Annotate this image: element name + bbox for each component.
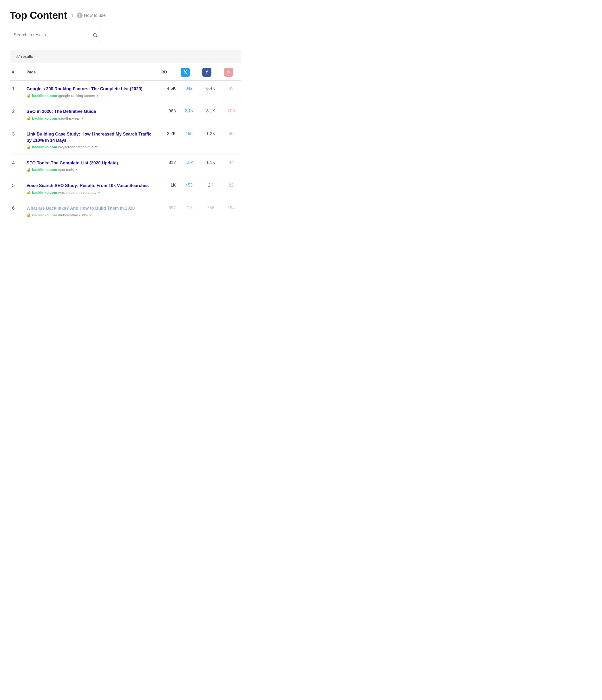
col-header-page: Page xyxy=(24,63,159,80)
row-page: Link Building Case Study: How I Increase… xyxy=(24,126,159,154)
row-number: 4 xyxy=(9,154,24,177)
row-number: 1 xyxy=(9,80,24,103)
row-twitter: 2.1K xyxy=(178,103,200,126)
url-domain: backlinko.com xyxy=(32,168,57,172)
results-bar: 87 results xyxy=(9,50,241,63)
url-line: 🔒 backlinko.com /voice-search-seo-study … xyxy=(26,190,156,195)
row-number: 5 xyxy=(9,177,24,200)
row-rd: 812 xyxy=(159,154,178,177)
url-path: /skyscraper-technique xyxy=(58,145,93,149)
row-rd: 4.6K xyxy=(159,80,178,103)
row-page: Voice Search SEO Study: Results From 10k… xyxy=(24,177,159,200)
row-page: What are Backlinks? And How to Build The… xyxy=(24,200,159,223)
row-number: 3 xyxy=(9,126,24,154)
url-dropdown-arrow[interactable]: ▼ xyxy=(94,145,98,149)
url-domain: backlinko.com xyxy=(32,145,57,149)
question-icon: ? xyxy=(77,12,82,18)
col-header-hash: # xyxy=(9,63,24,80)
url-dropdown-arrow[interactable]: ▼ xyxy=(97,191,100,194)
row-twitter: 218 xyxy=(178,200,200,223)
page-title: Top Content xyxy=(9,10,67,21)
row-pinterest: 45 xyxy=(221,80,241,103)
lock-icon: 🔒 xyxy=(26,213,31,217)
url-domain: backlinko.com xyxy=(32,213,57,217)
row-facebook: 8.1K xyxy=(200,103,221,126)
row-page: SEO in 2020: The Definitive Guide 🔒 back… xyxy=(24,103,159,126)
page-link[interactable]: Google's 200 Ranking Factors: The Comple… xyxy=(26,86,156,92)
url-dropdown-arrow[interactable]: ▼ xyxy=(75,168,78,171)
row-rd: 1K xyxy=(159,177,178,200)
results-count: 87 results xyxy=(16,54,33,59)
table-row: 4 SEO Tools: The Complete List (2020 Upd… xyxy=(9,154,241,177)
search-bar xyxy=(9,29,101,41)
url-domain: backlinko.com xyxy=(32,191,57,195)
content-table: # Page RD 𝕏 f p 1 Google's 200 Ranking F… xyxy=(9,63,241,222)
page-link[interactable]: Link Building Case Study: How I Increase… xyxy=(26,131,156,143)
page-header: Top Content i ? How to use xyxy=(9,10,241,21)
row-pinterest: 194 xyxy=(221,200,241,223)
url-path: /hub/seo/backlinks xyxy=(58,213,88,217)
lock-icon: 🔒 xyxy=(26,145,31,149)
col-header-rd: RD xyxy=(159,63,178,80)
col-header-pinterest: p xyxy=(221,63,241,80)
lock-icon: 🔒 xyxy=(26,93,31,98)
row-twitter: 842 xyxy=(178,80,200,103)
row-page: Google's 200 Ranking Factors: The Comple… xyxy=(24,80,159,103)
table-row: 3 Link Building Case Study: How I Increa… xyxy=(9,126,241,154)
row-pinterest: 44 xyxy=(221,154,241,177)
how-to-use-link[interactable]: ? How to use xyxy=(77,12,106,18)
table-row: 5 Voice Search SEO Study: Results From 1… xyxy=(9,177,241,200)
row-facebook: 2K xyxy=(200,177,221,200)
row-page: SEO Tools: The Complete List (2020 Updat… xyxy=(24,154,159,177)
row-pinterest: 82 xyxy=(221,177,241,200)
row-number: 2 xyxy=(9,103,24,126)
url-dropdown-arrow[interactable]: ▼ xyxy=(81,117,84,120)
row-pinterest: 46 xyxy=(221,126,241,154)
col-header-twitter: 𝕏 xyxy=(178,63,200,80)
url-dropdown-arrow[interactable]: ▼ xyxy=(96,94,99,98)
url-path: /seo-tools xyxy=(58,168,74,172)
search-icon xyxy=(93,33,98,38)
lock-icon: 🔒 xyxy=(26,168,31,172)
row-facebook: 6.4K xyxy=(200,80,221,103)
url-line: 🔒 backlinko.com /skyscraper-technique ▼ xyxy=(26,145,156,149)
table-header-row: # Page RD 𝕏 f p xyxy=(9,63,241,80)
lock-icon: 🔒 xyxy=(26,116,31,120)
table-row: 6 What are Backlinks? And How to Build T… xyxy=(9,200,241,223)
url-line: 🔒 backlinko.com /google-ranking-factors … xyxy=(26,93,156,98)
url-path: /seo-this-year xyxy=(58,116,80,120)
url-path: /voice-search-seo-study xyxy=(58,191,96,195)
pinterest-icon: p xyxy=(224,68,233,77)
url-line: 🔒 backlinko.com /hub/seo/backlinks ▼ xyxy=(26,213,156,217)
search-input[interactable] xyxy=(10,29,89,41)
info-icon[interactable]: i xyxy=(72,13,73,18)
table-row: 1 Google's 200 Ranking Factors: The Comp… xyxy=(9,80,241,103)
row-pinterest: 200 xyxy=(221,103,241,126)
svg-line-1 xyxy=(96,36,97,37)
row-facebook: 758 xyxy=(200,200,221,223)
how-to-use-label: How to use xyxy=(84,13,106,18)
url-line: 🔒 backlinko.com /seo-tools ▼ xyxy=(26,168,156,172)
row-number: 6 xyxy=(9,200,24,223)
lock-icon: 🔒 xyxy=(26,190,31,195)
url-domain: backlinko.com xyxy=(32,116,57,120)
page-link[interactable]: Voice Search SEO Study: Results From 10k… xyxy=(26,183,156,189)
row-twitter: 458 xyxy=(178,126,200,154)
col-header-facebook: f xyxy=(200,63,221,80)
row-facebook: 1.1K xyxy=(200,154,221,177)
row-twitter: 453 xyxy=(178,177,200,200)
search-button[interactable] xyxy=(89,30,101,40)
row-rd: 2.2K xyxy=(159,126,178,154)
page-link[interactable]: What are Backlinks? And How to Build The… xyxy=(26,205,156,211)
page-link[interactable]: SEO Tools: The Complete List (2020 Updat… xyxy=(26,160,156,166)
page-link[interactable]: SEO in 2020: The Definitive Guide xyxy=(26,108,156,115)
facebook-icon: f xyxy=(202,68,211,77)
row-facebook: 1.2K xyxy=(200,126,221,154)
row-rd: 963 xyxy=(159,103,178,126)
url-line: 🔒 backlinko.com /seo-this-year ▼ xyxy=(26,116,156,120)
twitter-icon: 𝕏 xyxy=(180,68,190,77)
url-path: /google-ranking-factors xyxy=(58,94,95,98)
url-domain: backlinko.com xyxy=(32,94,57,98)
url-dropdown-arrow[interactable]: ▼ xyxy=(89,213,92,217)
table-row: 2 SEO in 2020: The Definitive Guide 🔒 ba… xyxy=(9,103,241,126)
